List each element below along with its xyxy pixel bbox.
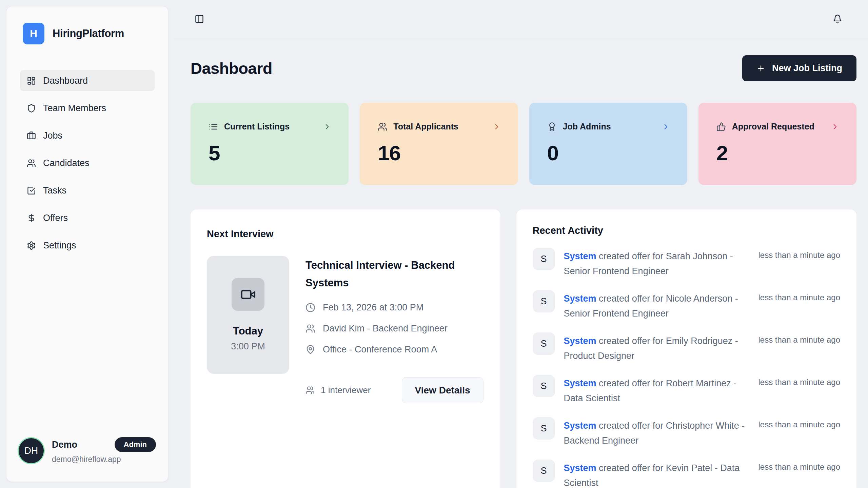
- activity-avatar: S: [533, 375, 555, 397]
- new-job-listing-button[interactable]: New Job Listing: [742, 55, 856, 81]
- activity-actor-link[interactable]: System: [564, 378, 596, 388]
- sidebar-item-label: Jobs: [43, 130, 62, 141]
- next-interview-panel: Next Interview Today 3:00 PM Technical I…: [191, 209, 500, 488]
- activity-actor-link[interactable]: System: [564, 336, 596, 346]
- interview-footer: 1 interviewer View Details: [305, 377, 484, 403]
- activity-text: System created offer for Christopher Whi…: [564, 417, 750, 448]
- app-logo-row: H HiringPlatform: [6, 6, 168, 44]
- role-badge: Admin: [115, 437, 156, 452]
- activity-item: S System created offer for Sarah Johnson…: [533, 248, 841, 279]
- chevron-right-icon: [662, 122, 670, 131]
- activity-timestamp: less than a minute ago: [758, 417, 841, 429]
- sidebar-user-section[interactable]: DH Demo Admin demo@hireflow.app: [6, 437, 168, 482]
- briefcase-icon: [27, 131, 36, 140]
- interview-day: Today: [233, 325, 263, 337]
- list-icon: [209, 122, 218, 131]
- bell-icon: [833, 14, 842, 24]
- topbar: [174, 0, 868, 38]
- users-icon: [378, 122, 387, 131]
- interview-card: Today 3:00 PM Technical Interview - Back…: [207, 256, 484, 403]
- plus-icon: [756, 64, 765, 73]
- user-name: Demo: [52, 440, 77, 450]
- activity-list: S System created offer for Sarah Johnson…: [533, 248, 841, 488]
- interview-info: Technical Interview - Backend Systems Fe…: [305, 256, 484, 403]
- sidebar-item-tasks[interactable]: Tasks: [20, 180, 155, 201]
- sidebar-toggle-button[interactable]: [195, 14, 204, 24]
- interview-person: David Kim - Backend Engineer: [323, 323, 448, 334]
- page-title: Dashboard: [191, 59, 272, 78]
- stat-card-job-admins[interactable]: Job Admins 0: [529, 103, 687, 185]
- sidebar-item-label: Offers: [43, 213, 68, 223]
- activity-avatar: S: [533, 248, 555, 270]
- dashboard-content: Dashboard New Job Listing Current Listin…: [174, 38, 868, 488]
- activity-actor-link[interactable]: System: [564, 463, 596, 473]
- sidebar-item-label: Team Members: [43, 103, 106, 114]
- user-meta: Demo Admin demo@hireflow.app: [52, 437, 156, 464]
- new-job-listing-label: New Job Listing: [772, 63, 842, 74]
- recent-activity-title: Recent Activity: [533, 225, 841, 236]
- interview-location: Office - Conference Room A: [323, 344, 437, 355]
- page-head: Dashboard New Job Listing: [191, 55, 856, 81]
- user-email: demo@hireflow.app: [52, 455, 156, 464]
- avatar: DH: [19, 438, 44, 463]
- check-square-icon: [27, 186, 36, 195]
- sidebar-item-offers[interactable]: Offers: [20, 207, 155, 228]
- stat-card-current-listings[interactable]: Current Listings 5: [191, 103, 349, 185]
- app-logo: H: [23, 23, 44, 44]
- users-icon: [27, 159, 36, 168]
- sidebar-item-settings[interactable]: Settings: [20, 235, 155, 256]
- activity-avatar: S: [533, 417, 555, 440]
- gear-icon: [27, 241, 36, 250]
- sidebar-item-candidates[interactable]: Candidates: [20, 152, 155, 174]
- next-interview-title: Next Interview: [207, 228, 484, 240]
- activity-avatar: S: [533, 332, 555, 355]
- chevron-right-icon: [492, 122, 501, 131]
- stat-card-total-applicants[interactable]: Total Applicants 16: [360, 103, 518, 185]
- award-icon: [547, 122, 557, 131]
- map-pin-icon: [305, 345, 315, 354]
- sidebar-item-dashboard[interactable]: Dashboard: [20, 70, 155, 91]
- stat-label: Job Admins: [563, 122, 611, 131]
- activity-text: System created offer for Robert Martinez…: [564, 375, 750, 406]
- sidebar-item-label: Settings: [43, 240, 76, 251]
- video-camera-icon: [240, 287, 256, 302]
- stat-card-approval-requested[interactable]: Approval Requested 2: [698, 103, 856, 185]
- activity-avatar: S: [533, 290, 555, 312]
- activity-item: S System created offer for Robert Martin…: [533, 375, 841, 406]
- stat-label: Approval Requested: [732, 122, 814, 131]
- sidebar: H HiringPlatform Dashboard Team Members …: [6, 6, 169, 482]
- interview-location-row: Office - Conference Room A: [305, 344, 484, 355]
- interviewer-count-label: 1 interviewer: [321, 385, 371, 395]
- chevron-right-icon: [831, 122, 840, 131]
- shield-icon: [27, 104, 36, 113]
- activity-actor-link[interactable]: System: [564, 251, 596, 261]
- activity-item: S System created offer for Kevin Patel -…: [533, 460, 841, 488]
- stat-value: 5: [209, 141, 332, 165]
- dollar-icon: [27, 214, 36, 223]
- notifications-button[interactable]: [833, 14, 842, 24]
- recent-activity-panel: Recent Activity S System created offer f…: [516, 209, 857, 488]
- sidebar-item-team-members[interactable]: Team Members: [20, 98, 155, 119]
- users-icon: [305, 386, 315, 395]
- main-area: Dashboard New Job Listing Current Listin…: [174, 0, 868, 488]
- interview-time: 3:00 PM: [231, 341, 265, 352]
- activity-timestamp: less than a minute ago: [758, 290, 841, 302]
- activity-actor-link[interactable]: System: [564, 293, 596, 304]
- activity-timestamp: less than a minute ago: [758, 248, 841, 260]
- panels-row: Next Interview Today 3:00 PM Technical I…: [191, 209, 856, 488]
- stat-value: 16: [378, 141, 501, 165]
- app-logo-letter: H: [30, 28, 37, 39]
- panel-left-icon: [195, 14, 204, 24]
- interview-datetime: Feb 13, 2026 at 3:00 PM: [323, 302, 423, 313]
- layout-dashboard-icon: [27, 76, 36, 85]
- users-icon: [305, 324, 315, 333]
- interview-person-row: David Kim - Backend Engineer: [305, 323, 484, 334]
- activity-actor-link[interactable]: System: [564, 421, 596, 431]
- activity-text: System created offer for Kevin Patel - D…: [564, 460, 750, 488]
- video-icon-box: [232, 278, 264, 311]
- sidebar-item-label: Candidates: [43, 158, 90, 168]
- view-details-button[interactable]: View Details: [402, 377, 484, 403]
- sidebar-item-label: Dashboard: [43, 76, 88, 86]
- sidebar-item-jobs[interactable]: Jobs: [20, 125, 155, 146]
- clock-icon: [305, 303, 315, 312]
